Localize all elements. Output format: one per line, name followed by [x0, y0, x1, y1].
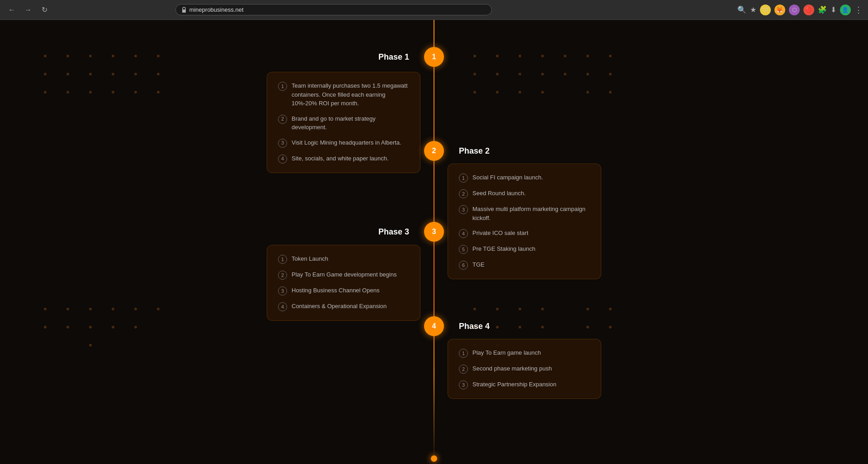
forward-button[interactable]: →: [22, 4, 34, 16]
svg-point-54: [541, 308, 544, 310]
svg-point-24: [112, 326, 114, 328]
extension-icon-4[interactable]: 🔴: [803, 5, 814, 15]
svg-point-9: [89, 91, 92, 94]
phase-2-item-5: 5 Pre TGE Staking launch: [459, 244, 590, 254]
svg-point-13: [66, 55, 69, 57]
phase-4-item-1: 1 Play To Earn game launch: [459, 348, 590, 358]
svg-point-23: [89, 326, 92, 328]
svg-point-63: [586, 326, 589, 328]
svg-point-1: [89, 55, 92, 57]
phase-3-circle: 3: [424, 222, 444, 242]
svg-point-29: [66, 326, 69, 328]
phase-2-card: 1 Social FI campaign launch. 2 Seed Roun…: [448, 164, 601, 279]
page-content: 1 Phase 1 1 Team internally purchases tw…: [0, 20, 868, 464]
svg-point-61: [586, 308, 589, 310]
svg-point-37: [496, 73, 499, 75]
phase-1-label: Phase 1: [378, 52, 409, 62]
svg-point-18: [44, 91, 47, 94]
phase-2-node: 2: [424, 141, 444, 161]
svg-point-6: [112, 73, 114, 75]
svg-point-14: [66, 73, 69, 75]
timeline-line: [434, 20, 434, 464]
item-num: 4: [278, 155, 287, 164]
svg-point-22: [157, 308, 160, 310]
svg-point-52: [496, 308, 499, 310]
menu-icon[interactable]: ⋮: [854, 5, 863, 15]
svg-point-16: [44, 55, 47, 57]
phase-2-item-4: 4 Private ICO sale start: [459, 229, 590, 238]
phase-4-circle: 4: [424, 316, 444, 336]
svg-point-21: [134, 308, 137, 310]
bookmark-icon[interactable]: ★: [750, 5, 756, 14]
svg-point-27: [66, 308, 69, 310]
svg-point-28: [44, 308, 47, 310]
svg-rect-0: [182, 9, 186, 13]
svg-point-39: [541, 73, 544, 75]
phase-4-card: 1 Play To Earn game launch 2 Second phas…: [448, 339, 601, 399]
svg-point-64: [609, 326, 612, 328]
svg-point-17: [44, 73, 47, 75]
phase-1-item-2: 2 Brand and go to market strategy develo…: [278, 114, 409, 132]
phase-1-item-4: 4 Site, socials, and white paper launch.: [278, 154, 409, 164]
svg-point-38: [519, 73, 521, 75]
phase-3-item-2: 2 Play To Earn Game development begins: [278, 270, 409, 280]
svg-point-31: [473, 55, 476, 57]
phase-2-item-6: 6 TGE: [459, 260, 590, 270]
phase-1-item-3: 3 Visit Logic Mining headquarters in Alb…: [278, 138, 409, 148]
phase-3-label: Phase 3: [378, 227, 409, 237]
phase-3-card: 1 Token Launch 2 Play To Earn Game devel…: [267, 245, 420, 321]
svg-point-20: [112, 308, 114, 310]
phase-2-circle: 2: [424, 141, 444, 161]
phase-4-item-3: 3 Strategic Partnership Expansion: [459, 380, 590, 389]
phase-2-item-1: 1 Social FI campaign launch.: [459, 173, 590, 183]
svg-point-41: [473, 91, 476, 94]
extensions-icon[interactable]: 🧩: [818, 5, 827, 14]
svg-point-58: [541, 326, 544, 328]
svg-point-35: [564, 55, 566, 57]
svg-point-42: [496, 91, 499, 94]
profile-icon[interactable]: 👤: [840, 5, 851, 15]
timeline-end-dot: [431, 455, 437, 462]
back-button[interactable]: ←: [5, 4, 18, 16]
item-num: 3: [278, 139, 287, 148]
svg-point-11: [134, 91, 137, 94]
extension-icon-2[interactable]: 🦊: [774, 5, 785, 15]
svg-point-26: [89, 344, 92, 347]
lock-icon: [181, 7, 187, 13]
phase-1-card: 1 Team internally purchases two 1.5 mega…: [267, 72, 420, 173]
svg-point-62: [609, 308, 612, 310]
svg-point-4: [157, 55, 160, 57]
search-icon[interactable]: 🔍: [737, 5, 746, 14]
phase-3-item-3: 3 Hosting Business Channel Opens: [278, 286, 409, 295]
svg-point-7: [134, 73, 137, 75]
phase-4-item-2: 2 Second phase marketing push: [459, 364, 590, 374]
svg-point-56: [496, 326, 499, 328]
phase-3-item-1: 1 Token Launch: [278, 254, 409, 264]
svg-point-34: [541, 55, 544, 57]
svg-point-5: [89, 73, 92, 75]
svg-point-36: [473, 73, 476, 75]
svg-point-48: [609, 73, 612, 75]
svg-point-43: [519, 91, 521, 94]
refresh-button[interactable]: ↻: [38, 4, 51, 16]
svg-point-40: [564, 73, 566, 75]
svg-point-12: [157, 91, 160, 94]
svg-point-57: [519, 326, 521, 328]
phase-1-circle: 1: [424, 47, 444, 67]
item-num: 1: [278, 82, 287, 91]
phase-1-item-1: 1 Team internally purchases two 1.5 mega…: [278, 81, 409, 108]
svg-point-33: [519, 55, 521, 57]
phase-4-label: Phase 4: [459, 322, 490, 331]
svg-point-30: [44, 326, 47, 328]
browser-chrome: ← → ↻ mineprobusiness.net 🔍 ★ 🛡 🦊 ⬡ 🔴 🧩 …: [0, 0, 868, 20]
address-bar[interactable]: mineprobusiness.net: [175, 4, 492, 15]
svg-point-44: [541, 91, 544, 94]
extension-icon-1[interactable]: 🛡: [760, 5, 771, 15]
svg-point-15: [66, 91, 69, 94]
svg-point-25: [134, 326, 137, 328]
phase-2-item-3: 3 Massive multi platform marketing campa…: [459, 205, 590, 222]
svg-point-10: [112, 91, 114, 94]
download-icon[interactable]: ⬇: [830, 5, 836, 14]
extension-icon-3[interactable]: ⬡: [789, 5, 800, 15]
svg-point-3: [134, 55, 137, 57]
